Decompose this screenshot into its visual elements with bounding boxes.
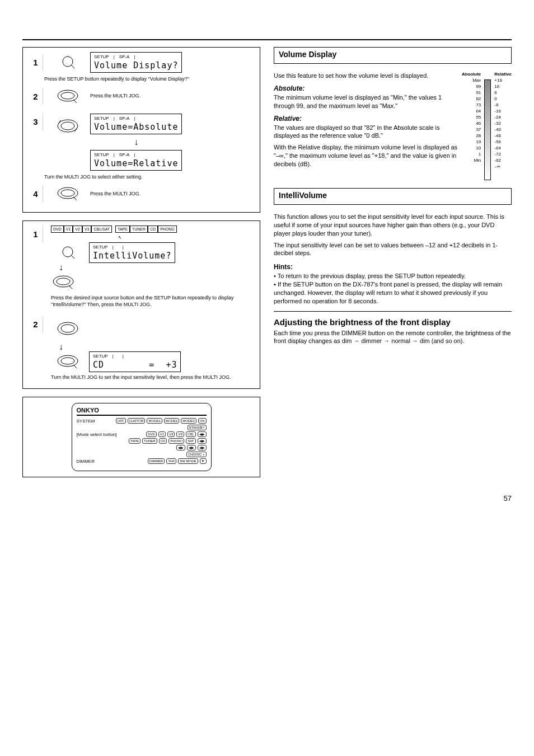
step2-caption: Turn the MULTI JOG to set the input sens… (51, 374, 254, 381)
section-title: Volume Display (279, 50, 507, 59)
svg-point-3 (58, 120, 78, 132)
hints-text: • To return to the previous display, pre… (274, 272, 512, 305)
svg-point-4 (61, 122, 74, 130)
arrow-down-icon: ↓ (59, 342, 254, 351)
svg-point-5 (58, 187, 78, 199)
left-box-intellivolume-steps: 1 DVDV1V2V3CBL/SATTAPETUNERCDPHONO ↖ SET… (22, 220, 260, 389)
lcd-text: IntelliVolume? (93, 251, 171, 261)
lcd-text: Volume=Absolute (94, 122, 178, 132)
relative-note: With the Relative display, the minimum v… (274, 143, 458, 168)
lcd-display: SETUP | | IntelliVolume? (89, 242, 175, 263)
turn-dial-icon (51, 114, 85, 140)
svg-point-1 (58, 90, 78, 101)
section-title-intellivolume: IntelliVolume (274, 188, 512, 205)
volume-scale-diagram: Absolute Max99918273645546372819101Min R… (462, 72, 512, 180)
svg-point-13 (61, 358, 74, 364)
arrow-down-icon: ↓ (59, 263, 254, 272)
remote-controller: ONKYO SYSTEMOFFCUSTOMMODE1MODE2MODE3ON S… (72, 403, 212, 471)
section-divider (274, 311, 512, 312)
lcd-text: CD = +3 (93, 360, 177, 370)
relative-desc: The values are displayed so that "82" in… (274, 124, 458, 140)
vol-display-desc: Use this feature to set how the volume l… (274, 72, 458, 80)
press-dial-icon (51, 184, 85, 204)
step1-caption: Press the SETUP button repeatedly to dis… (44, 76, 254, 83)
top-rule (22, 39, 512, 40)
page-number: 57 (22, 494, 512, 503)
svg-point-12 (58, 355, 78, 367)
turn-dial-icon (51, 316, 85, 342)
press-icon (51, 52, 85, 73)
brightness-desc: Each time you press the DIMMER button on… (274, 329, 512, 346)
svg-point-2 (61, 92, 74, 99)
lcd-display: SETUP | | CD = +3 (89, 351, 181, 372)
brightness-title: Adjusting the brightness of the front di… (274, 317, 512, 327)
step1-caption: Press the desired input source button an… (51, 295, 254, 308)
section-title: IntelliVolume (279, 191, 507, 200)
lcd-text: Volume=Relative (94, 158, 178, 168)
lcd-display: SETUP | SP-A | Volume=Absolute (90, 114, 182, 134)
step-number-2: 2 (29, 316, 43, 333)
lcd-display: SETUP | SP-A | Volume=Relative (90, 150, 182, 171)
svg-point-8 (53, 276, 73, 287)
step4-caption: Press the MULTI JOG. (90, 191, 140, 198)
svg-point-11 (61, 325, 74, 332)
step-number-1: 1 (29, 54, 43, 71)
dimmer-button[interactable]: DIMMER (148, 458, 165, 464)
absolute-desc: The minimum volume level is displayed as… (274, 93, 458, 110)
remote-brand: ONKYO (77, 407, 207, 416)
hints-label: Hints: (274, 263, 512, 271)
step3-caption: Turn the MULTI JOG to select either sett… (44, 174, 254, 181)
svg-point-10 (58, 322, 78, 335)
left-box-volume-display-steps: 1 SETUP | SP-A | Volume Display? Press t… (22, 47, 260, 213)
intellivolume-desc: This function allows you to set the inpu… (274, 213, 512, 238)
step-number-2: 2 (29, 88, 43, 105)
press-dial-icon (51, 272, 85, 293)
lcd-text: Volume Display? (94, 60, 178, 71)
press-dial-icon (51, 86, 85, 107)
step-number-3: 3 (29, 114, 43, 130)
arrow-down-icon: ↓ (90, 138, 182, 147)
svg-point-6 (61, 190, 74, 196)
intellivolume-range: The input sensitivity level can be set t… (274, 241, 512, 258)
input-source-buttons: DVDV1V2V3CBL/SATTAPETUNERCDPHONO (51, 226, 254, 233)
absolute-label: Absolute: (274, 84, 458, 92)
left-box-remote: ONKYO SYSTEMOFFCUSTOMMODE1MODE2MODE3ON S… (22, 397, 260, 477)
svg-point-9 (57, 278, 70, 285)
lcd-display: SETUP | SP-A | Volume Display? (90, 52, 182, 73)
press-dial-icon (51, 351, 85, 372)
press-icon (51, 242, 85, 263)
relative-label: Relative: (274, 115, 458, 123)
section-title-volume-display: Volume Display (274, 47, 512, 64)
step-number-4: 4 (29, 186, 43, 203)
step2-caption: Press the MULTI JOG. (90, 93, 140, 100)
step-number-1: 1 (29, 226, 43, 242)
